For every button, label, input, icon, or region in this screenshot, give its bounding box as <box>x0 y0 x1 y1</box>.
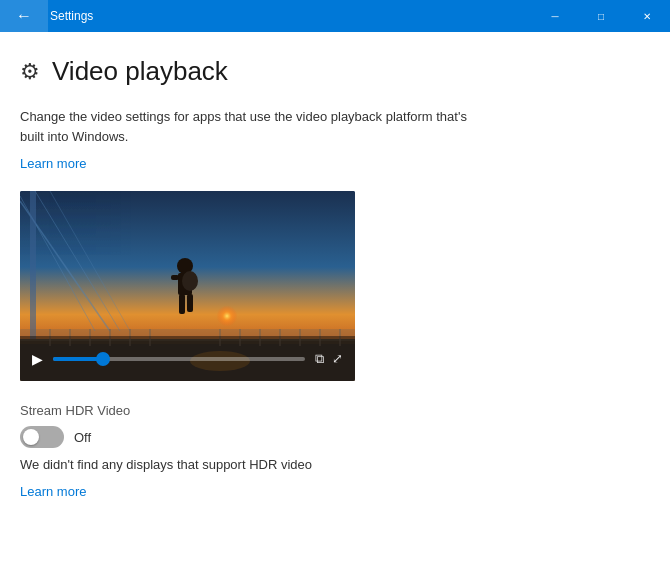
close-icon: ✕ <box>643 11 651 22</box>
gear-icon: ⚙ <box>20 59 40 85</box>
minimize-icon: ─ <box>551 11 558 22</box>
progress-fill <box>53 357 103 361</box>
play-button[interactable]: ▶ <box>32 351 43 367</box>
page-header: ⚙ Video playback <box>20 56 650 87</box>
back-icon: ← <box>16 7 32 25</box>
svg-rect-14 <box>187 294 193 312</box>
svg-point-12 <box>182 271 198 291</box>
hdr-note: We didn't find any displays that support… <box>20 456 650 474</box>
titlebar: ← Settings ─ □ ✕ <box>0 0 670 32</box>
hdr-toggle-row: Off <box>20 426 650 448</box>
svg-rect-13 <box>179 294 185 314</box>
hdr-toggle-label: Off <box>74 430 91 445</box>
learn-more-link-1[interactable]: Learn more <box>20 156 86 171</box>
video-controls-bar: ▶ ⧉ ⤢ <box>20 336 355 381</box>
window-controls: ─ □ ✕ <box>532 0 670 32</box>
hdr-section-label: Stream HDR Video <box>20 403 650 418</box>
pip-icon[interactable]: ⧉ <box>315 351 324 367</box>
page-description: Change the video settings for apps that … <box>20 107 480 146</box>
learn-more-link-2[interactable]: Learn more <box>20 484 86 499</box>
content-area: ⚙ Video playback Change the video settin… <box>0 32 670 570</box>
progress-thumb <box>96 352 110 366</box>
fullscreen-icon[interactable]: ⤢ <box>332 351 343 366</box>
toggle-knob <box>23 429 39 445</box>
svg-rect-15 <box>171 275 179 280</box>
video-player[interactable]: ▶ ⧉ ⤢ <box>20 191 355 381</box>
minimize-button[interactable]: ─ <box>532 0 578 32</box>
page-title: Video playback <box>52 56 228 87</box>
svg-rect-6 <box>30 191 36 341</box>
close-button[interactable]: ✕ <box>624 0 670 32</box>
back-button[interactable]: ← <box>0 0 48 32</box>
titlebar-title: Settings <box>48 9 532 23</box>
progress-bar[interactable] <box>53 357 305 361</box>
extra-controls: ⧉ ⤢ <box>315 351 343 367</box>
maximize-button[interactable]: □ <box>578 0 624 32</box>
maximize-icon: □ <box>598 11 604 22</box>
hdr-toggle[interactable] <box>20 426 64 448</box>
